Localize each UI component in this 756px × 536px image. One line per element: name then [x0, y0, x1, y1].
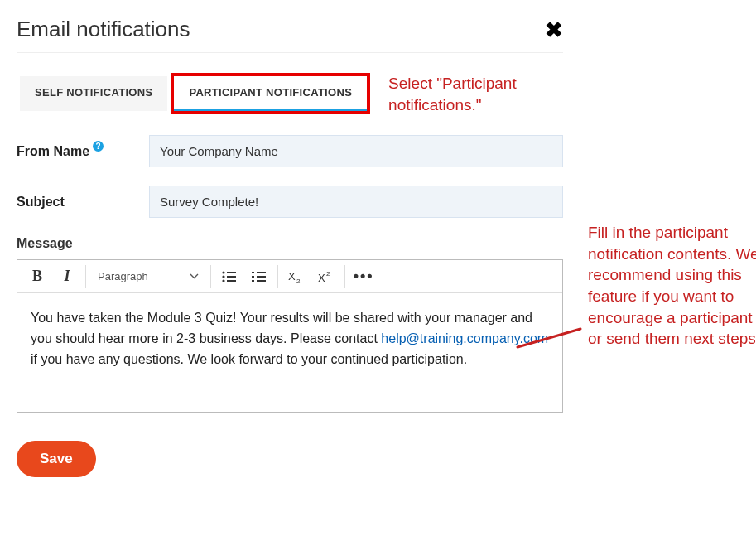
close-icon[interactable]: ✖ [545, 19, 563, 41]
svg-rect-8 [252, 276, 254, 278]
subject-input[interactable] [149, 186, 563, 218]
numbered-list-button[interactable] [244, 262, 274, 292]
svg-text:X: X [318, 272, 325, 283]
editor-toolbar: B I Paragraph [17, 260, 562, 293]
toolbar-separator [344, 265, 345, 288]
rich-text-editor: B I Paragraph [17, 259, 563, 412]
subscript-button[interactable]: X2 [282, 262, 311, 292]
toolbar-separator [210, 265, 211, 288]
page-title: Email notifications [17, 17, 190, 42]
annotation-tabs-text: Select "Participant notifications." [388, 73, 537, 115]
svg-rect-9 [257, 276, 266, 278]
toolbar-separator [85, 265, 86, 288]
annotation-highlight-box: PARTICIPANT NOTIFICATIONS [171, 73, 370, 114]
divider [17, 52, 563, 53]
message-email-link[interactable]: help@training.company.com [381, 331, 548, 345]
svg-rect-5 [227, 280, 236, 282]
help-icon[interactable]: ? [93, 141, 104, 152]
svg-text:2: 2 [296, 278, 301, 283]
svg-rect-6 [252, 272, 254, 273]
chevron-down-icon [190, 273, 199, 279]
bulleted-list-button[interactable] [214, 262, 244, 292]
save-button[interactable]: Save [17, 441, 96, 477]
superscript-button[interactable]: X2 [311, 262, 341, 292]
editor-body[interactable]: You have taken the Module 3 Quiz! Your r… [17, 293, 562, 411]
paragraph-dropdown[interactable]: Paragraph [89, 270, 207, 282]
tab-participant-notifications[interactable]: PARTICIPANT NOTIFICATIONS [174, 76, 367, 111]
bold-button[interactable]: B [22, 262, 52, 292]
from-name-label: From Name ? [17, 144, 149, 159]
from-name-label-text: From Name [17, 144, 89, 159]
svg-text:2: 2 [326, 270, 330, 278]
message-text-post: if you have any questions. We look forwa… [31, 352, 467, 366]
svg-rect-11 [257, 280, 266, 282]
subject-label: Subject [17, 195, 149, 210]
paragraph-dropdown-label: Paragraph [98, 270, 148, 282]
svg-point-2 [222, 275, 224, 278]
svg-rect-10 [252, 280, 254, 282]
svg-point-4 [222, 279, 224, 282]
italic-button[interactable]: I [52, 262, 82, 292]
more-options-button[interactable]: ••• [349, 262, 379, 292]
svg-point-0 [222, 271, 224, 273]
svg-rect-7 [257, 272, 266, 273]
annotation-side-text: Fill in the participant notification con… [588, 222, 756, 350]
message-label: Message [17, 236, 563, 251]
from-name-input[interactable] [149, 135, 563, 167]
tab-self-notifications[interactable]: SELF NOTIFICATIONS [20, 76, 167, 111]
svg-rect-3 [227, 276, 236, 278]
svg-rect-1 [227, 272, 236, 273]
svg-text:X: X [288, 270, 296, 282]
toolbar-separator [277, 265, 278, 288]
